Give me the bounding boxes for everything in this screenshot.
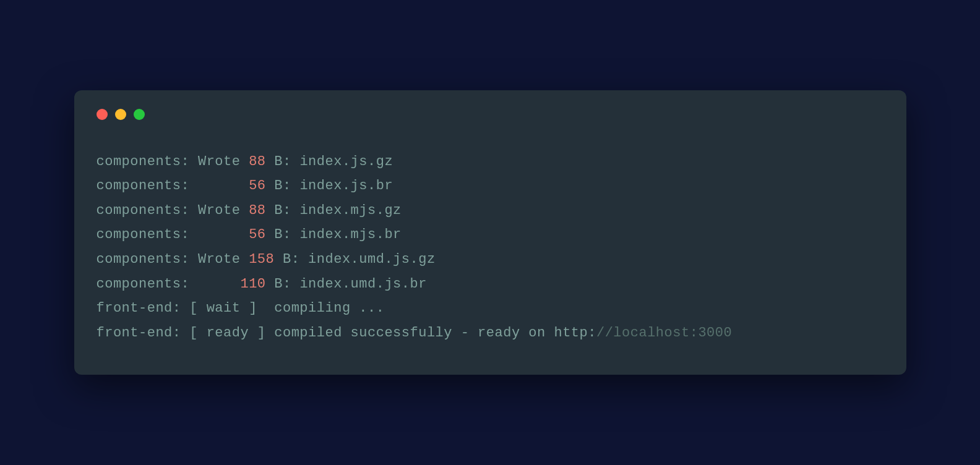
status-bracket: [ ready ] — [189, 325, 265, 341]
output-line: components: 56 B: index.js.br — [97, 174, 884, 198]
line-prefix: front-end — [97, 325, 173, 341]
terminal-window: components: Wrote 88 B: index.js.gzcompo… — [74, 90, 906, 375]
output-line: components: Wrote 88 B: index.mjs.gz — [97, 198, 884, 223]
minimize-button[interactable] — [115, 109, 126, 120]
line-action: Wrote — [198, 252, 241, 267]
close-button[interactable] — [97, 109, 108, 120]
line-prefix: components — [97, 203, 181, 218]
line-prefix: components — [97, 276, 181, 292]
output-line: components: 56 B: index.mjs.br — [97, 223, 884, 247]
filename: index.js.br — [299, 178, 393, 194]
size-unit: B — [274, 203, 283, 218]
file-size: 88 — [249, 203, 265, 218]
file-size: 56 — [249, 178, 265, 194]
filename: index.js.gz — [299, 154, 393, 169]
filename: index.mjs.br — [299, 227, 401, 242]
line-prefix: components — [97, 252, 181, 267]
file-size: 88 — [249, 154, 265, 169]
filename: index.umd.js.br — [299, 276, 427, 292]
file-size: 56 — [249, 227, 265, 242]
size-unit: B — [274, 276, 283, 292]
status-line: front-end: [ wait ] compiling ... — [97, 296, 884, 321]
terminal-output: components: Wrote 88 B: index.js.gzcompo… — [97, 150, 884, 346]
line-action: Wrote — [198, 203, 241, 218]
url: //localhost:3000 — [596, 325, 732, 341]
output-line: components: Wrote 88 B: index.js.gz — [97, 150, 884, 174]
line-prefix: components — [97, 227, 181, 242]
line-prefix: components — [97, 154, 181, 169]
window-controls — [97, 109, 884, 120]
size-unit: B — [274, 154, 283, 169]
status-message: compiled successfully - ready on http: — [274, 325, 596, 341]
line-prefix: components — [97, 178, 181, 194]
line-prefix: front-end — [97, 301, 173, 316]
status-bracket: [ wait ] — [189, 301, 257, 316]
size-unit: B — [283, 252, 291, 267]
size-unit: B — [274, 178, 283, 194]
maximize-button[interactable] — [134, 109, 145, 120]
output-line: components: 110 B: index.umd.js.br — [97, 272, 884, 297]
file-size: 158 — [249, 252, 274, 267]
line-action: Wrote — [198, 154, 241, 169]
filename: index.umd.js.gz — [308, 252, 436, 267]
output-line: components: Wrote 158 B: index.umd.js.gz — [97, 247, 884, 272]
file-size: 110 — [240, 276, 265, 292]
status-line: front-end: [ ready ] compiled successful… — [97, 321, 884, 346]
filename: index.mjs.gz — [299, 203, 401, 218]
status-message: compiling ... — [266, 301, 385, 316]
size-unit: B — [274, 227, 283, 242]
